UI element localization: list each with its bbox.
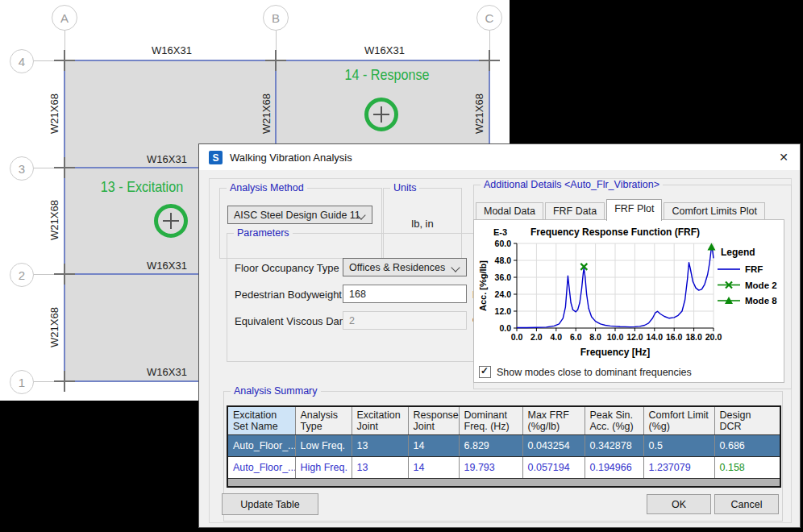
chevron-down-icon — [451, 263, 460, 272]
excitation-joint-marker[interactable] — [154, 204, 188, 238]
beam-label: W21X68 — [48, 307, 60, 347]
svg-text:18.0: 18.0 — [685, 332, 702, 342]
grid-intersection-icon — [54, 157, 75, 178]
grid-label: C — [485, 11, 494, 25]
table-cell: 0.686 — [714, 435, 780, 457]
table-header-row: Excitation Set NameAnalysis TypeExcitati… — [227, 406, 780, 435]
column-header: Design DCR — [714, 406, 780, 435]
table-cell: 0.043254 — [522, 435, 585, 457]
svg-text:4.0: 4.0 — [550, 332, 562, 342]
grid-intersection-icon — [265, 50, 286, 71]
column-header: Analysis Type — [295, 406, 352, 435]
tab-modal-data[interactable]: Modal Data — [476, 202, 543, 220]
svg-text:Mode 2: Mode 2 — [745, 281, 777, 290]
damping-value: 2 — [349, 315, 355, 326]
svg-text:36.0: 36.0 — [495, 272, 512, 282]
tab-comfort-limits-plot[interactable]: Comfort Limits Plot — [664, 202, 765, 220]
cancel-button[interactable]: Cancel — [714, 494, 779, 514]
svg-text:10.0: 10.0 — [607, 332, 624, 342]
floor-occupancy-select[interactable]: Offices & Residences — [343, 258, 467, 276]
grid-bubble-2: 2 — [10, 263, 34, 287]
details-tab-bar: Modal Data FRF Data FRF Plot Comfort Lim… — [476, 202, 767, 220]
beam-label: W21X68 — [260, 94, 273, 134]
grid-intersection-icon — [54, 264, 75, 285]
svg-text:20.0: 20.0 — [705, 332, 722, 342]
svg-text:12.0: 12.0 — [626, 332, 643, 342]
beam-label: W16X31 — [364, 44, 405, 56]
svg-text:0.0: 0.0 — [499, 323, 511, 333]
excitation-annotation: 13 - Excitation — [101, 178, 183, 196]
analysis-method-value: AISC Steel Design Guide 11 — [234, 210, 360, 221]
svg-text:24.0: 24.0 — [495, 289, 512, 299]
beam-label: W16X31 — [147, 153, 187, 165]
beam-line — [64, 60, 65, 381]
column-header: Comfort Limit (%g) — [643, 406, 714, 435]
column-header: Max FRF (%g/lb) — [522, 406, 585, 435]
column-header: Excitation Joint — [352, 406, 408, 435]
table-cell: Auto_Floor_... — [227, 435, 295, 457]
ok-button[interactable]: OK — [647, 494, 711, 514]
grid-bubble-3: 3 — [10, 156, 34, 181]
grid-label: 1 — [19, 376, 25, 389]
svg-text:16.0: 16.0 — [666, 332, 683, 342]
table-row[interactable]: Auto_Floor_...High Freq.131419.7930.0571… — [227, 457, 780, 479]
svg-text:14.0: 14.0 — [647, 332, 664, 342]
table-cell: 0.5 — [643, 435, 714, 457]
additional-details-group-label: Additional Details <Auto_Flr_Vibration> — [481, 179, 663, 190]
table-cell: 0.342878 — [585, 435, 643, 457]
dialog-titlebar[interactable]: S Walking Vibration Analysis ✕ — [199, 144, 800, 170]
grid-intersection-icon — [54, 371, 75, 392]
table-cell: 6.829 — [459, 435, 522, 457]
column-header: Excitation Set Name — [227, 406, 295, 435]
grid-bubble-b: B — [263, 5, 289, 31]
dialog-title: Walking Vibration Analysis — [230, 152, 352, 164]
show-modes-label: Show modes close to dominant frequencies — [497, 367, 692, 378]
bodyweight-value: 168 — [349, 289, 366, 300]
table-cell: 0.194966 — [585, 457, 643, 479]
grid-intersection-icon — [54, 50, 75, 71]
tab-frf-plot[interactable]: FRF Plot — [606, 199, 662, 221]
table-cell: 13 — [352, 457, 408, 479]
svg-text:Legend: Legend — [721, 247, 755, 258]
tab-frf-data[interactable]: FRF Data — [545, 202, 605, 220]
svg-text:12.0: 12.0 — [495, 306, 512, 316]
floor-occupancy-value: Offices & Residences — [349, 262, 445, 273]
analysis-method-select[interactable]: AISC Steel Design Guide 11 — [227, 206, 372, 224]
units-group-label: Units — [390, 182, 419, 193]
parameters-group-label: Parameters — [234, 227, 293, 239]
svg-text:Frequency Response Function (F: Frequency Response Function (FRF) — [530, 227, 700, 238]
analysis-method-group-label: Analysis Method — [227, 182, 307, 193]
app-icon: S — [209, 151, 223, 164]
table-cell: High Freq. — [295, 457, 352, 479]
svg-text:6.0: 6.0 — [570, 332, 582, 342]
close-icon[interactable]: ✕ — [772, 147, 795, 168]
svg-text:Mode 8: Mode 8 — [745, 296, 777, 305]
bodyweight-label: Pedestrian Bodyweight — [235, 289, 342, 301]
table-row[interactable]: Auto_Floor_...Low Freq.13146.8290.043254… — [227, 435, 780, 457]
frf-plot-tab-page: 0.02.04.06.08.010.012.014.016.018.020.00… — [473, 219, 784, 383]
grid-label: 3 — [19, 162, 25, 176]
column-header: Peak Sin. Acc. (%g) — [585, 406, 643, 435]
grid-label: A — [60, 11, 69, 25]
damping-field-disabled: 2 — [343, 311, 467, 330]
beam-label: W16X31 — [147, 260, 187, 272]
response-joint-marker[interactable] — [364, 98, 398, 131]
svg-text:Frequency [Hz]: Frequency [Hz] — [580, 347, 651, 358]
units-value: lb, in — [384, 218, 461, 230]
update-table-button[interactable]: Update Table — [222, 493, 318, 515]
table-filler-strip — [227, 479, 780, 488]
bodyweight-field[interactable]: 168 — [343, 285, 467, 303]
table-cell: Low Freq. — [295, 435, 352, 457]
app-background: A B C 4 3 2 1 W16X31 W16X31 W16X31 W16X3… — [0, 0, 803, 532]
analysis-summary-table: Excitation Set NameAnalysis TypeExcitati… — [227, 405, 781, 488]
grid-label: 4 — [19, 55, 25, 69]
grid-bubble-4: 4 — [10, 49, 34, 73]
response-annotation: 14 - Response — [344, 66, 429, 84]
table-cell: 14 — [408, 457, 459, 479]
grid-bubble-a: A — [52, 5, 77, 31]
svg-text:2.0: 2.0 — [530, 332, 543, 342]
beam-label: W21X68 — [48, 200, 60, 240]
table-cell: 13 — [352, 435, 408, 457]
grid-bubble-c: C — [476, 5, 502, 31]
show-modes-checkbox[interactable] — [479, 366, 491, 378]
